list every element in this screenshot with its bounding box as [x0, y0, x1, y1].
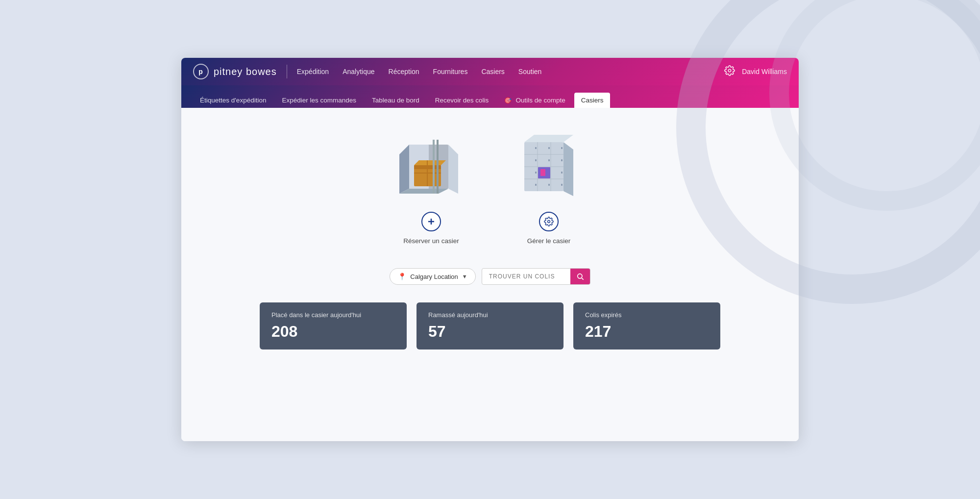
nav-item-fournitures[interactable]: Fournitures	[433, 66, 468, 77]
stats-row: Placé dans le casier aujourd'hui 208 Ram…	[211, 302, 769, 349]
svg-marker-2	[399, 145, 409, 194]
stat-placed-value: 208	[271, 323, 395, 341]
location-pin-icon: 📍	[398, 273, 406, 280]
nav-item-reception[interactable]: Réception	[389, 66, 419, 77]
gerer-settings-btn[interactable]	[539, 212, 559, 231]
gerer-illustration-area	[510, 127, 588, 206]
action-card-gerer[interactable]: Gérer le casier	[510, 127, 588, 245]
stat-picked-value: 57	[428, 323, 552, 341]
search-icon	[576, 273, 584, 280]
svg-rect-11	[433, 140, 435, 194]
stat-expired-value: 217	[585, 323, 709, 341]
sub-nav: Étiquettes d'expédition Expédier les com…	[181, 85, 799, 108]
reserver-label: Réserver un casier	[403, 237, 459, 245]
svg-marker-17	[524, 135, 573, 142]
user-name: David Williams	[742, 68, 787, 75]
top-nav-right: David Williams	[724, 65, 787, 78]
svg-rect-30	[548, 159, 550, 161]
gerer-label: Gérer le casier	[527, 237, 571, 245]
action-cards: Réserver un casier	[211, 127, 769, 245]
subnav-expedier[interactable]: Expédier les commandes	[275, 93, 363, 108]
svg-point-0	[728, 69, 731, 72]
svg-rect-33	[561, 159, 563, 161]
svg-rect-31	[548, 184, 550, 186]
svg-point-37	[577, 274, 582, 278]
svg-rect-34	[561, 172, 563, 174]
search-input-wrap	[482, 268, 590, 285]
nav-divider	[287, 65, 287, 78]
stat-placed-label: Placé dans le casier aujourd'hui	[271, 311, 395, 319]
stat-card-placed: Placé dans le casier aujourd'hui 208	[260, 302, 407, 349]
search-button[interactable]	[570, 269, 590, 284]
svg-marker-8	[414, 160, 446, 165]
location-select[interactable]: 📍 Calgary Location ▼	[390, 268, 475, 285]
chevron-down-icon: ▼	[462, 274, 467, 279]
subnav-tableau[interactable]: Tableau de bord	[365, 93, 426, 108]
subnav-outils[interactable]: 🎯 Outils de compte	[497, 93, 572, 108]
reserver-plus-btn[interactable]	[421, 212, 441, 231]
svg-point-36	[548, 221, 550, 223]
stat-card-picked: Ramassé aujourd'hui 57	[416, 302, 564, 349]
svg-rect-27	[535, 172, 537, 174]
subnav-etiquettes[interactable]: Étiquettes d'expédition	[193, 93, 273, 108]
svg-rect-24	[540, 169, 545, 176]
nav-item-soutien[interactable]: Soutien	[518, 66, 541, 77]
nav-item-casiers[interactable]: Casiers	[481, 66, 504, 77]
brand: p pitney bowes	[193, 64, 277, 79]
reserver-illustration	[394, 130, 468, 203]
reserver-illustration-area	[392, 127, 470, 206]
subnav-recevoir[interactable]: Recevoir des colis	[428, 93, 496, 108]
nav-item-analytique[interactable]: Analytique	[343, 66, 374, 77]
subnav-casiers[interactable]: Casiers	[574, 93, 611, 108]
stat-card-expired: Colis expirés 217	[573, 302, 720, 349]
search-input[interactable]	[482, 269, 570, 284]
svg-rect-25	[535, 147, 537, 149]
search-row: 📍 Calgary Location ▼	[211, 268, 769, 285]
top-nav-items: Expédition Analytique Réception Fournitu…	[297, 66, 724, 77]
settings-icon[interactable]	[724, 65, 735, 78]
svg-marker-4	[448, 145, 458, 194]
action-card-reserver[interactable]: Réserver un casier	[392, 127, 470, 245]
brand-name: pitney bowes	[214, 66, 277, 77]
svg-marker-16	[564, 142, 573, 196]
location-label: Calgary Location	[410, 273, 458, 280]
gerer-illustration	[512, 130, 586, 203]
svg-line-38	[582, 278, 583, 279]
top-nav: p pitney bowes Expédition Analytique Réc…	[181, 58, 799, 85]
svg-rect-35	[561, 184, 563, 186]
stat-picked-label: Ramassé aujourd'hui	[428, 311, 552, 319]
svg-rect-26	[535, 159, 537, 161]
svg-rect-12	[437, 140, 439, 194]
nav-item-expedition[interactable]: Expédition	[297, 66, 329, 77]
stat-expired-label: Colis expirés	[585, 311, 709, 319]
main-content: Réserver un casier	[181, 108, 799, 441]
svg-rect-32	[561, 147, 563, 149]
brand-logo: p	[193, 64, 209, 79]
target-icon: 🎯	[504, 97, 512, 104]
svg-rect-28	[535, 184, 537, 186]
svg-rect-29	[548, 147, 550, 149]
app-window: p pitney bowes Expédition Analytique Réc…	[181, 58, 799, 441]
